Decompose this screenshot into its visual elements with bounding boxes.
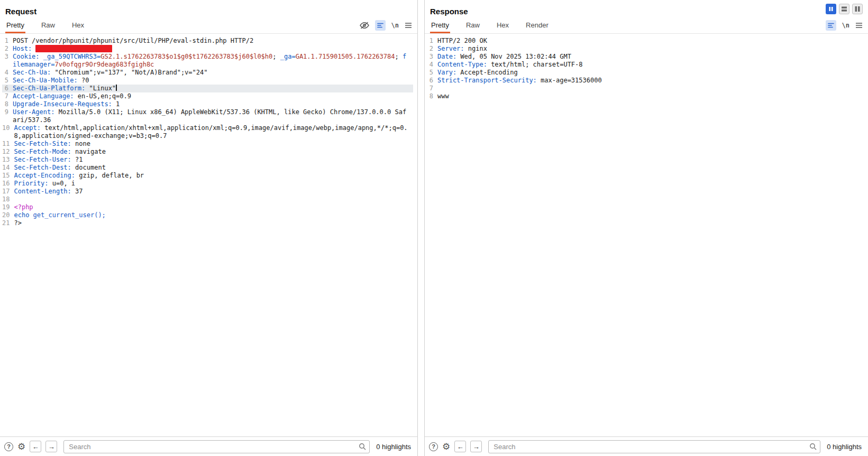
token-plain: max-age=31536000	[537, 77, 602, 84]
line-number: 9	[2, 108, 13, 124]
request-highlights-count: 0 highlights	[376, 443, 411, 451]
tab-hex[interactable]: Hex	[71, 17, 85, 33]
token-plain: none	[71, 140, 90, 147]
request-title: Request	[5, 7, 411, 16]
line-number: 8	[427, 92, 437, 100]
code-line-10[interactable]: 10Accept: text/html,application/xhtml+xm…	[2, 124, 413, 140]
code-line-19[interactable]: 19<?php	[2, 203, 413, 211]
next-match-button[interactable]: →	[45, 441, 57, 452]
line-number: 19	[2, 203, 14, 211]
token-cookie-value: GS2.1.s1762263783$o1$g0$t1762263783$j60$…	[100, 53, 272, 60]
code-line-8[interactable]: 8www	[427, 92, 864, 100]
line-number: 15	[2, 172, 14, 180]
token-plain: text/html,application/xhtml+xml,applicat…	[14, 124, 407, 139]
code-line-12[interactable]: 12Sec-Fetch-Mode: navigate	[2, 148, 413, 156]
code-line-21[interactable]: 21?>	[2, 219, 413, 227]
token-keyword: echo	[14, 211, 33, 219]
request-panel: Request PrettyRawHex \n	[0, 0, 418, 456]
line-number: 12	[2, 148, 14, 156]
tab-hex[interactable]: Hex	[496, 17, 510, 33]
line-number: 7	[2, 92, 13, 100]
line-content: POST /vendor/phpunit/phpunit/src/Util/PH…	[13, 37, 413, 45]
code-line-17[interactable]: 17Content-Length: 37	[2, 188, 413, 196]
code-line-5[interactable]: 5Sec-Ch-Ua-Mobile: ?0	[2, 77, 413, 85]
request-search	[63, 440, 370, 453]
code-line-13[interactable]: 13Sec-Fetch-User: ?1	[2, 156, 413, 164]
line-number: 3	[2, 53, 13, 69]
code-line-20[interactable]: 20echo get_current_user();	[2, 211, 413, 219]
code-line-6[interactable]: 6Sec-Ch-Ua-Platform: "Linux"	[2, 85, 413, 92]
token-name: Sec-Fetch-Site:	[14, 140, 71, 147]
token-plain: 37	[71, 188, 83, 195]
code-line-4[interactable]: 4Sec-Ch-Ua: "Chromium";v="137", "Not/A)B…	[2, 69, 413, 77]
tab-render[interactable]: Render	[525, 17, 550, 33]
line-content: Host:	[13, 45, 413, 53]
pretty-print-toggle-icon[interactable]	[826, 20, 836, 31]
columns-layout-icon	[854, 6, 861, 12]
token-name: Sec-Fetch-Dest:	[14, 164, 71, 171]
token-plain: ?0	[78, 77, 89, 84]
code-line-1[interactable]: 1HTTP/2 200 OK	[427, 37, 864, 45]
next-match-button[interactable]: →	[470, 441, 482, 452]
help-icon[interactable]: ?	[429, 442, 438, 451]
response-search-input[interactable]	[488, 440, 820, 453]
token-plain	[40, 53, 43, 60]
token-name: Sec-Fetch-Mode:	[14, 148, 71, 155]
code-line-7[interactable]: 7Accept-Language: en-US,en;q=0.9	[2, 92, 413, 100]
pane-splitter[interactable]	[418, 0, 424, 456]
token-cookie-name: _ga=	[280, 53, 296, 60]
menu-icon[interactable]	[405, 22, 412, 29]
code-line-1[interactable]: 1POST /vendor/phpunit/phpunit/src/Util/P…	[2, 37, 413, 45]
previous-match-button[interactable]: ←	[454, 441, 466, 452]
request-header: Request	[0, 0, 417, 17]
line-content: Sec-Fetch-Dest: document	[14, 164, 413, 172]
code-line-15[interactable]: 15Accept-Encoding: gzip, deflate, br	[2, 172, 413, 180]
pause-button[interactable]	[826, 4, 836, 14]
code-line-11[interactable]: 11Sec-Fetch-Site: none	[2, 140, 413, 148]
tab-raw[interactable]: Raw	[40, 17, 56, 33]
code-line-14[interactable]: 14Sec-Fetch-Dest: document	[2, 164, 413, 172]
line-content: Accept-Language: en-US,en;q=0.9	[13, 92, 413, 100]
token-plain: document	[71, 164, 106, 171]
token-plain: Mozilla/5.0 (X11; Linux x86_64) AppleWeb…	[13, 108, 406, 124]
line-content: Date: Wed, 05 Nov 2025 13:02:44 GMT	[437, 53, 864, 61]
hide-invisibles-icon[interactable]	[360, 22, 369, 29]
newline-toggle-icon[interactable]: \n	[391, 22, 399, 29]
code-line-7[interactable]: 7	[427, 85, 864, 92]
line-content	[437, 85, 864, 92]
token-plain: nginx	[464, 45, 487, 52]
code-line-4[interactable]: 4Content-Type: text/html; charset=UTF-8	[427, 61, 864, 69]
code-line-18[interactable]: 18	[2, 196, 413, 203]
request-search-input[interactable]	[63, 440, 370, 453]
code-line-16[interactable]: 16Priority: u=0, i	[2, 180, 413, 188]
pretty-print-toggle-icon[interactable]	[375, 20, 386, 31]
request-editor[interactable]: 1POST /vendor/phpunit/phpunit/src/Util/P…	[0, 34, 417, 436]
line-content: Strict-Transport-Security: max-age=31536…	[437, 77, 864, 85]
code-line-9[interactable]: 9User-Agent: Mozilla/5.0 (X11; Linux x86…	[2, 108, 413, 124]
search-settings-gear-icon[interactable]: ⚙	[17, 442, 25, 451]
rows-layout-button[interactable]	[839, 4, 849, 14]
code-line-2[interactable]: 2Host:	[2, 45, 413, 53]
code-line-6[interactable]: 6Strict-Transport-Security: max-age=3153…	[427, 77, 864, 85]
code-line-2[interactable]: 2Server: nginx	[427, 45, 864, 53]
tab-pretty[interactable]: Pretty	[5, 17, 25, 33]
code-line-3[interactable]: 3Date: Wed, 05 Nov 2025 13:02:44 GMT	[427, 53, 864, 61]
tab-raw[interactable]: Raw	[465, 17, 481, 33]
response-editor[interactable]: 1HTTP/2 200 OK2Server: nginx3Date: Wed, …	[425, 34, 868, 436]
redacted-host-value	[35, 45, 112, 52]
columns-layout-button[interactable]	[852, 4, 863, 14]
code-line-3[interactable]: 3Cookie: _ga_59QTCWHRS3=GS2.1.s176226378…	[2, 53, 413, 69]
code-line-5[interactable]: 5Vary: Accept-Encoding	[427, 69, 864, 77]
previous-match-button[interactable]: ←	[30, 441, 41, 452]
token-func: get_current_user();	[33, 211, 106, 219]
code-line-8[interactable]: 8Upgrade-Insecure-Requests: 1	[2, 100, 413, 108]
token-plain: ;	[395, 53, 403, 60]
menu-icon[interactable]	[855, 22, 863, 29]
search-settings-gear-icon[interactable]: ⚙	[442, 442, 450, 451]
token-plain: Accept-Encoding	[456, 69, 518, 76]
token-plain: text/html; charset=UTF-8	[487, 61, 583, 68]
newline-toggle-icon[interactable]: \n	[842, 22, 849, 29]
help-icon[interactable]: ?	[4, 442, 13, 451]
tab-pretty[interactable]: Pretty	[430, 17, 450, 33]
pause-icon	[828, 6, 834, 12]
